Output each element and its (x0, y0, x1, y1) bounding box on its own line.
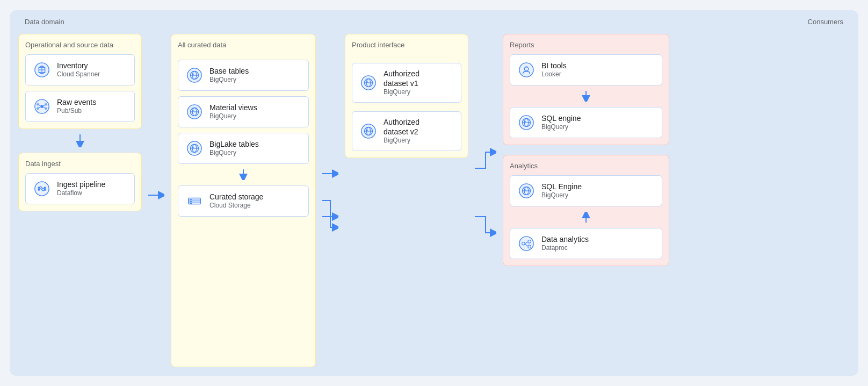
inventory-box: Inventory Cloud Spanner (25, 54, 135, 85)
auth-dataset-v2-text: Authorized dataset v2 BigQuery (384, 117, 419, 145)
data-analytics-name: Data analytics (541, 234, 589, 244)
data-ingest-label: Data ingest (25, 160, 135, 168)
auth-dataset-v1-sub: BigQuery (384, 88, 419, 97)
svg-point-32 (192, 147, 194, 148)
curated-storage-icon (185, 191, 204, 211)
sql-engine-reports-name: SQL engine (541, 113, 581, 123)
material-views-box: Material views BigQuery (178, 96, 309, 127)
auth-dataset-v2-box: Authorized dataset v2 BigQuery (352, 111, 461, 151)
svg-point-4 (45, 103, 47, 106)
auth-dataset-v2-icon (359, 121, 378, 141)
svg-point-16 (44, 189, 46, 191)
base-tables-text: Base tables BigQuery (209, 66, 249, 84)
product-label: Product interface (352, 41, 461, 49)
auth-dataset-v2-name: Authorized dataset v2 (384, 117, 419, 137)
ingest-pipeline-name: Ingest pipeline (57, 180, 105, 189)
svg-point-14 (44, 187, 46, 189)
auth-dataset-v1-icon (359, 73, 378, 92)
ingest-panel: Data ingest (18, 153, 142, 211)
sql-engine-reports-sub: BigQuery (541, 123, 581, 132)
svg-point-2 (40, 105, 44, 108)
material-views-icon (185, 102, 204, 121)
inventory-text: Inventory Cloud Spanner (57, 61, 100, 79)
svg-point-50 (519, 63, 533, 77)
curated-storage-text: Curated storage Cloud Storage (209, 192, 263, 210)
reports-panel: Reports BI tools (503, 34, 669, 145)
all-curated-panel: All curated data Base tables (171, 34, 316, 367)
bi-tools-text: BI tools Looker (541, 61, 567, 79)
reports-rows: BI tools Looker (510, 54, 662, 138)
raw-events-text: Raw events Pub/Sub (57, 97, 96, 116)
product-column: Product interface Authorized dataset (345, 34, 468, 367)
material-views-sub: BigQuery (209, 112, 257, 121)
raw-events-box: Raw events Pub/Sub (25, 91, 135, 122)
sql-engine-analytics-icon (517, 181, 536, 201)
operational-rows: Inventory Cloud Spanner (25, 54, 135, 122)
svg-point-63 (524, 189, 526, 191)
biglake-tables-icon (185, 139, 204, 158)
biglake-tables-box: BigLake tables BigQuery (178, 133, 309, 164)
svg-point-6 (45, 107, 47, 110)
curated-column: All curated data Base tables (171, 34, 316, 367)
auth-dataset-v2-sub: BigQuery (384, 137, 419, 145)
data-analytics-text: Data analytics Dataproc (541, 234, 589, 253)
svg-point-3 (37, 103, 39, 106)
curated-storage-name: Curated storage (209, 192, 263, 202)
arrow-down-reports (510, 91, 662, 102)
bi-tools-sub: Looker (541, 70, 567, 79)
arrow-up-analytics (510, 212, 662, 223)
ingest-pipeline-sub: Dataflow (57, 189, 105, 198)
middle-arrows-col (322, 34, 338, 367)
data-domain-label: Data domain (25, 18, 64, 26)
sql-engine-reports-text: SQL engine BigQuery (541, 113, 581, 132)
material-views-name: Material views (209, 103, 257, 112)
bi-tools-box: BI tools Looker (510, 54, 662, 85)
svg-point-22 (192, 74, 194, 75)
auth-dataset-v1-text: Authorized dataset v1 BigQuery (384, 69, 419, 97)
analytics-label: Analytics (510, 162, 662, 170)
curated-storage-box: Curated storage Cloud Storage (178, 185, 309, 217)
sql-engine-analytics-name: SQL Engine (541, 182, 582, 191)
raw-events-name: Raw events (57, 97, 96, 107)
main-layout: Operational and source data (18, 19, 850, 367)
svg-point-15 (38, 189, 40, 191)
operational-label: Operational and source data (25, 41, 135, 49)
inventory-icon (32, 60, 52, 80)
data-analytics-sub: Dataproc (541, 244, 589, 253)
data-analytics-box: Data analytics Dataproc (510, 228, 662, 259)
svg-rect-38 (190, 201, 192, 202)
svg-point-27 (192, 110, 194, 112)
sql-engine-analytics-text: SQL Engine BigQuery (541, 182, 582, 200)
reports-label: Reports (510, 41, 662, 49)
raw-events-icon (32, 97, 52, 116)
product-panel: Product interface Authorized dataset (345, 34, 468, 158)
arrow-down-2 (178, 169, 309, 180)
svg-rect-39 (190, 203, 192, 204)
right-arrows-col (475, 34, 496, 367)
arrow-down-1 (18, 134, 142, 147)
consumers-column: Reports BI tools (503, 34, 669, 367)
svg-point-44 (366, 81, 368, 83)
auth-dataset-v1-name: Authorized dataset v1 (384, 69, 419, 88)
svg-point-12 (35, 182, 49, 196)
ingest-pipeline-text: Ingest pipeline Dataflow (57, 180, 105, 198)
arrow-right-1-wrap (148, 34, 164, 367)
bi-tools-name: BI tools (541, 61, 567, 70)
sql-engine-reports-box: SQL engine BigQuery (510, 107, 662, 138)
svg-point-65 (519, 237, 533, 251)
base-tables-name: Base tables (209, 66, 249, 76)
analytics-rows: SQL Engine BigQuery (510, 175, 662, 259)
consumers-label: Consumers (808, 18, 843, 26)
ingest-pipeline-icon (32, 179, 52, 198)
auth-dataset-v1-box: Authorized dataset v1 BigQuery (352, 63, 461, 103)
all-curated-label: All curated data (178, 41, 309, 49)
svg-point-52 (525, 66, 527, 68)
base-tables-box: Base tables BigQuery (178, 60, 309, 91)
bi-tools-icon (517, 60, 536, 80)
inventory-sub: Cloud Spanner (57, 70, 100, 79)
svg-rect-37 (190, 199, 192, 199)
svg-point-5 (37, 107, 39, 110)
base-tables-sub: BigQuery (209, 76, 249, 84)
inventory-name: Inventory (57, 61, 100, 70)
sql-engine-reports-icon (517, 113, 536, 132)
